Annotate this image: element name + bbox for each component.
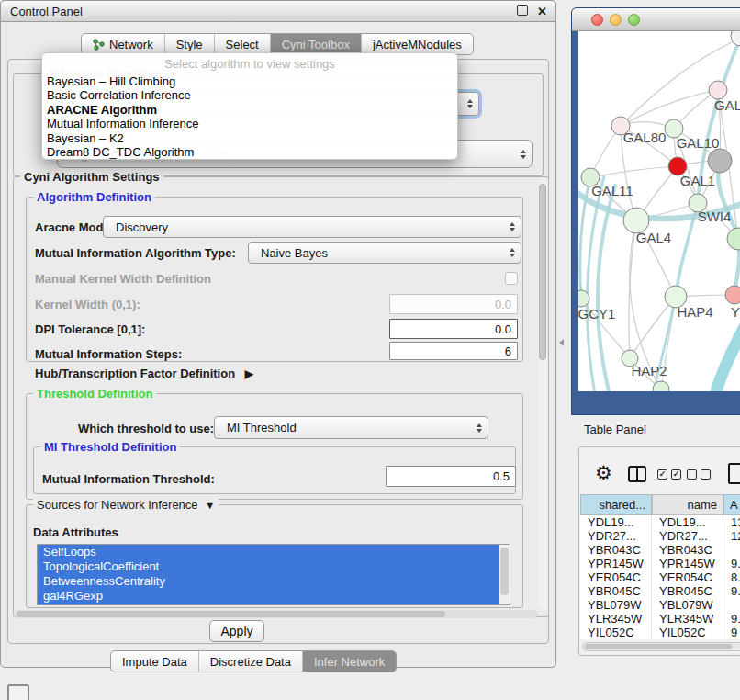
unchecked-box-icon xyxy=(687,469,697,480)
algorithm-option[interactable]: Bayesian – K2 xyxy=(42,131,457,145)
network-canvas[interactable]: GAL GAL80 GAL10 GAL1 GAL11 SWI4 GAL4 GCY… xyxy=(578,31,740,391)
table-row[interactable]: YPR145WYPR145W9. xyxy=(580,557,740,570)
cyni-algorithm-settings-title: Cyni Algorithm Settings xyxy=(20,170,163,184)
scrollbar-thumb[interactable] xyxy=(500,548,509,595)
close-traffic-light[interactable] xyxy=(591,14,603,26)
document-icon[interactable] xyxy=(728,463,740,484)
table-row[interactable]: YIL052CYIL052C9 xyxy=(580,626,740,639)
network-node[interactable] xyxy=(725,286,740,304)
kernel-width-input[interactable] xyxy=(389,294,518,314)
manual-kernel-label: Manual Kernel Width Definition xyxy=(35,272,211,286)
table-row[interactable]: YDL19...YDL19...13 xyxy=(580,515,740,529)
dpi-tolerance-input[interactable] xyxy=(389,319,518,339)
node-label: Y xyxy=(731,304,740,320)
node-label: GAL1 xyxy=(680,173,715,188)
which-threshold-select[interactable]: MI Threshold xyxy=(214,416,488,439)
zoom-traffic-light[interactable] xyxy=(628,14,640,26)
table-row[interactable]: YBR045CYBR045C9. xyxy=(580,584,740,598)
collapsed-arrow-icon: ▶ xyxy=(245,367,253,380)
tab-infer-network-label: Infer Network xyxy=(314,655,385,669)
tab-jactivemnodules[interactable]: jActiveMNodules xyxy=(361,34,473,54)
control-panel-titlebar: Control Panel ✕ xyxy=(0,0,556,22)
table-horizontal-scrollbar[interactable] xyxy=(582,642,740,651)
tab-select[interactable]: Select xyxy=(214,34,270,54)
scrollbar-thumb[interactable] xyxy=(539,184,546,360)
aracne-mode-select[interactable]: Discovery xyxy=(103,216,521,238)
algorithm-option-selected[interactable]: ARACNE Algorithm xyxy=(42,103,457,117)
control-panel-title: Control Panel xyxy=(10,5,83,18)
manual-kernel-checkbox[interactable] xyxy=(505,272,518,285)
mi-type-select[interactable]: Naive Bayes xyxy=(248,242,521,264)
mi-threshold-input[interactable] xyxy=(386,466,516,487)
column-header-label: A xyxy=(730,498,738,512)
apply-button[interactable]: Apply xyxy=(209,620,264,642)
network-icon xyxy=(93,39,105,51)
unchecked-box-icon xyxy=(701,469,711,480)
panel-splitter-arrow[interactable] xyxy=(559,339,564,346)
node-table[interactable]: YDL19...YDL19...13 YDR27...YDR27...12 YB… xyxy=(580,515,740,639)
close-button[interactable]: ✕ xyxy=(537,5,547,18)
tab-network-label: Network xyxy=(109,38,153,51)
gear-icon[interactable]: ⚙ xyxy=(595,463,612,483)
algorithm-option[interactable]: Dream8 DC_TDC Algorithm xyxy=(42,145,457,159)
scrollbar-thumb[interactable] xyxy=(17,611,445,617)
algorithm-option[interactable]: Mutual Information Inference xyxy=(42,117,457,130)
tab-infer-network[interactable]: Infer Network xyxy=(302,651,396,672)
select-all-checkboxes-icon[interactable]: ✓ ✓ xyxy=(657,469,681,480)
network-node[interactable] xyxy=(708,149,732,173)
network-node[interactable] xyxy=(709,81,727,99)
tab-impute-data[interactable]: Impute Data xyxy=(111,651,198,672)
tab-discretize-data[interactable]: Discretize Data xyxy=(198,651,302,672)
minimize-traffic-light[interactable] xyxy=(610,14,622,26)
scrollbar-thumb[interactable] xyxy=(585,644,732,649)
sources-title: Sources for Network Inference xyxy=(37,498,198,512)
attribute-item[interactable]: gal4RGexp xyxy=(38,589,499,605)
attribute-item[interactable]: TopologicalCoefficient xyxy=(38,559,499,574)
attribute-item[interactable]: BetweennessCentrality xyxy=(38,574,499,589)
sources-toggle[interactable]: Sources for Network Inference ▼ xyxy=(33,498,219,512)
mi-steps-input[interactable] xyxy=(389,342,518,360)
algorithm-option[interactable]: Bayesian – Hill Climbing xyxy=(42,74,457,88)
tab-cyni-toolbox[interactable]: Cyni Toolbox xyxy=(270,34,361,54)
data-attributes-label: Data Attributes xyxy=(33,525,118,539)
columns-icon[interactable] xyxy=(628,466,646,482)
mi-type-label: Mutual Information Algorithm Type: xyxy=(35,246,236,260)
deselect-all-checkboxes-icon[interactable] xyxy=(687,469,711,480)
table-row[interactable]: YDR27...YDR27...12 xyxy=(580,529,740,543)
network-node[interactable] xyxy=(731,31,740,46)
tab-network[interactable]: Network xyxy=(82,34,164,54)
expanded-arrow-icon: ▼ xyxy=(205,500,215,511)
stepper-icon xyxy=(510,248,515,257)
column-header-third[interactable]: A xyxy=(723,494,740,515)
docked-panel-icon[interactable] xyxy=(7,684,29,700)
table-row[interactable]: YBR043CYBR043C xyxy=(580,543,740,557)
apply-button-label: Apply xyxy=(220,624,252,638)
network-view-window: GAL GAL80 GAL10 GAL1 GAL11 SWI4 GAL4 GCY… xyxy=(571,7,740,415)
hub-definition-toggle[interactable]: Hub/Transcription Factor Definition ▶ xyxy=(35,367,253,380)
settings-horizontal-scrollbar[interactable] xyxy=(15,610,538,618)
attribute-list-scrollbar[interactable] xyxy=(499,545,510,604)
column-header-shared-name[interactable]: shared... xyxy=(580,494,652,515)
app-root: Control Panel ✕ Network Style Select Cyn… xyxy=(0,0,740,700)
algorithm-option[interactable]: Basic Correlation Inference xyxy=(42,88,457,102)
table-row[interactable]: YER054CYER054C8. xyxy=(580,570,740,584)
attribute-item[interactable]: SelfLoops xyxy=(38,545,499,559)
hub-definition-label: Hub/Transcription Factor Definition xyxy=(35,367,235,380)
node-label: GAL11 xyxy=(591,183,633,198)
stepper-icon xyxy=(467,99,473,108)
tab-style[interactable]: Style xyxy=(164,34,214,54)
column-header-name[interactable]: name xyxy=(652,494,723,515)
table-row[interactable]: YLR345WYLR345W9. xyxy=(580,612,740,626)
float-button[interactable] xyxy=(517,5,528,16)
kernel-width-label: Kernel Width (0,1): xyxy=(35,298,140,311)
table-row[interactable]: YBL079WYBL079W xyxy=(580,598,740,612)
bottom-background xyxy=(0,675,740,700)
node-label: GAL4 xyxy=(636,230,671,245)
network-node[interactable] xyxy=(727,228,740,250)
settings-vertical-scrollbar[interactable] xyxy=(538,180,547,610)
dpi-tolerance-label: DPI Tolerance [0,1]: xyxy=(35,322,145,336)
node-label: HAP2 xyxy=(631,363,667,378)
data-attributes-list[interactable]: SelfLoops TopologicalCoefficient Between… xyxy=(37,544,510,605)
mi-type-value: Naive Bayes xyxy=(261,246,328,260)
node-label: GAL xyxy=(714,97,740,113)
